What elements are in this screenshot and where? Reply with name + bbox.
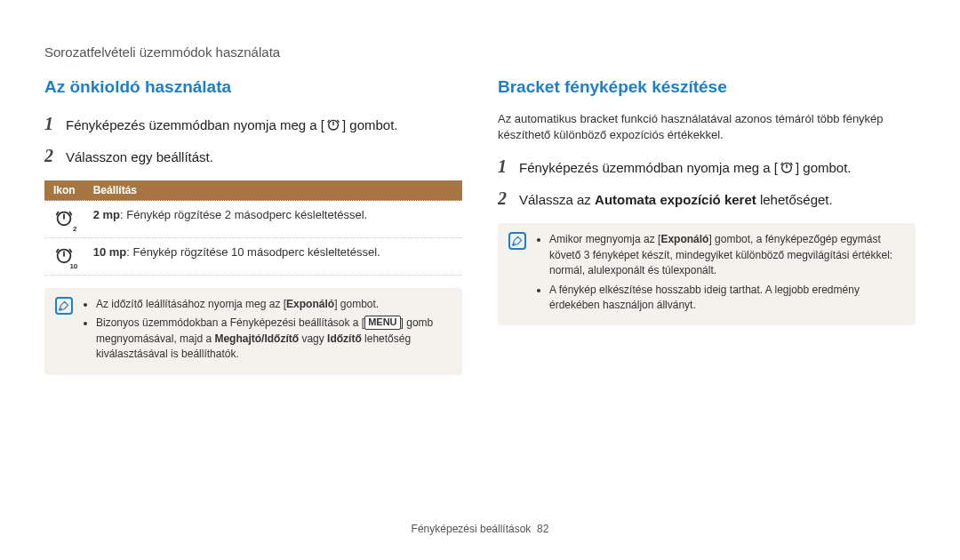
right-step-2: 2 Válassza az Automata expozíció keret l…: [498, 186, 916, 211]
right-section-title: Bracket fényképek készítése: [498, 77, 916, 97]
note-item: Bizonyos üzemmódokban a Fényképezési beá…: [96, 316, 452, 362]
page-footer: Fényképezési beállítások 82: [0, 523, 960, 535]
note-item: Amikor megnyomja az [Exponáló] gombot, a…: [549, 232, 905, 278]
info-icon: [55, 297, 73, 315]
footer-page-number: 82: [537, 523, 548, 535]
table-cell: 10 mp: Fénykép rögzítése 10 másodperc ké…: [84, 238, 462, 276]
table-row: 10 10 mp: Fénykép rögzítése 10 másodperc…: [44, 238, 462, 276]
left-step-1: 1 Fényképezés üzemmódban nyomja meg a []…: [44, 111, 462, 136]
timer-icon: [326, 117, 340, 132]
note-item: Az időzítő leállításához nyomja meg az […: [96, 297, 452, 312]
timer-10-icon: 10: [44, 238, 84, 276]
step-text: Válassza az Automata expozíció keret leh…: [519, 190, 916, 209]
menu-button-label: MENU: [364, 316, 400, 329]
footer-section: Fényképezési beállítások: [412, 523, 532, 535]
table-cell: 2 mp: Fénykép rögzítése 2 másodperc késl…: [84, 201, 462, 238]
right-step-1: 1 Fényképezés üzemmódban nyomja meg a []…: [498, 154, 916, 179]
table-head-setting: Beállítás: [84, 180, 462, 201]
left-steps: 1 Fényképezés üzemmódban nyomja meg a []…: [44, 111, 462, 168]
left-section-title: Az önkioldó használata: [44, 77, 462, 97]
right-note-box: Amikor megnyomja az [Exponáló] gombot, a…: [498, 223, 916, 325]
info-icon: [508, 232, 526, 250]
settings-table: Ikon Beállítás 2 2 mp: Fénykép r: [44, 180, 462, 276]
step-number: 1: [44, 111, 66, 136]
step-number: 2: [498, 186, 519, 211]
table-head-icon: Ikon: [44, 180, 84, 201]
timer-2-icon: 2: [44, 201, 84, 238]
step-number: 2: [44, 143, 66, 168]
right-column: Bracket fényképek készítése Az automatik…: [498, 77, 916, 375]
table-row: 2 2 mp: Fénykép rögzítése 2 másodperc ké…: [44, 201, 462, 238]
step-text: Fényképezés üzemmódban nyomja meg a [] g…: [519, 158, 916, 177]
left-note-box: Az időzítő leállításához nyomja meg az […: [44, 288, 462, 375]
left-step-2: 2 Válasszon egy beállítást.: [44, 143, 462, 168]
note-item: A fénykép elkészítése hosszabb ideig tar…: [549, 283, 905, 314]
right-note-list: Amikor megnyomja az [Exponáló] gombot, a…: [535, 232, 905, 316]
right-intro: Az automatikus bracket funkció használat…: [498, 111, 916, 143]
step-text: Válasszon egy beállítást.: [66, 148, 462, 166]
step-number: 1: [498, 154, 519, 179]
left-note-list: Az időzítő leállításához nyomja meg az […: [82, 297, 452, 366]
page-breadcrumb: Sorozatfelvételi üzemmódok használata: [44, 44, 916, 60]
step-text: Fényképezés üzemmódban nyomja meg a [] g…: [66, 116, 462, 134]
timer-icon: [780, 160, 794, 174]
left-column: Az önkioldó használata 1 Fényképezés üze…: [44, 77, 462, 375]
right-steps: 1 Fényképezés üzemmódban nyomja meg a []…: [498, 154, 916, 211]
